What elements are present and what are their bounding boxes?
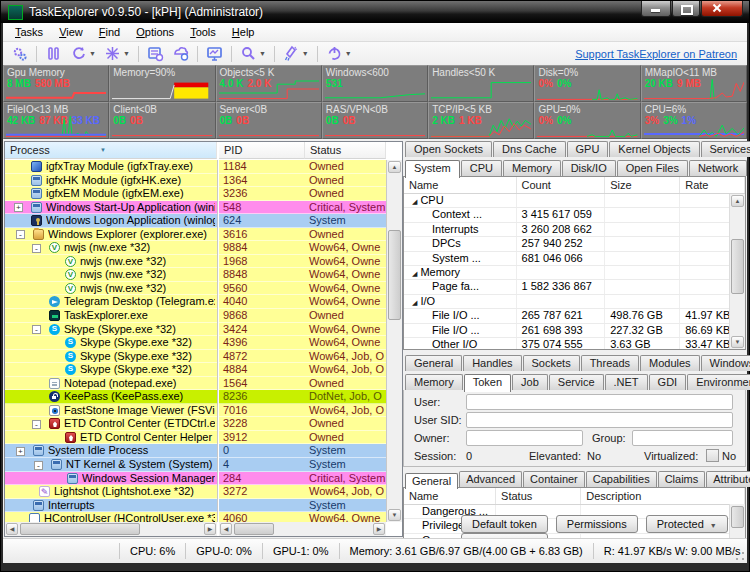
menu-item-find[interactable]: Find [91, 25, 128, 39]
pid-column-header[interactable]: PID [219, 142, 305, 159]
menu-item-options[interactable]: Options [128, 25, 182, 39]
tab-threads[interactable]: Threads [581, 355, 639, 371]
graph-tile-client-0b[interactable]: Client<0B0B0B [109, 102, 215, 139]
pid-cell[interactable]: 9868 [219, 309, 305, 323]
column-header-name[interactable]: Name [404, 488, 496, 504]
process-vertical-scrollbar[interactable]: ▲ ▼ [387, 160, 402, 522]
status-cell[interactable]: System [305, 458, 386, 472]
process-row[interactable]: -NT Kernel & System (System) [5, 458, 217, 472]
expand-icon[interactable]: + [14, 203, 23, 212]
close-button[interactable] [701, 1, 743, 17]
tab-modules[interactable]: Modules [640, 355, 700, 371]
process-row[interactable]: -Skype (Skype.exe *32) [5, 323, 217, 337]
process-row[interactable]: nwjs (nw.exe *32) [5, 255, 217, 269]
scroll-down-icon[interactable]: ▼ [388, 509, 401, 521]
status-cell[interactable]: Critical, System [305, 201, 386, 215]
collapse-icon[interactable]: - [32, 244, 41, 253]
freeze-button[interactable]: ▼ [101, 44, 133, 63]
sysinfo-vertical-scrollbar[interactable]: ▲ ▼ [729, 194, 745, 349]
process-column-header[interactable]: Process ▼ [5, 142, 217, 159]
tab-handles[interactable]: Handles [463, 355, 521, 371]
subtab-capabilities[interactable]: Capabilities [586, 471, 657, 487]
collapse-icon[interactable]: - [32, 420, 41, 429]
pid-cell[interactable]: 3272 [219, 485, 305, 499]
pid-cell[interactable]: 8236 [219, 390, 305, 404]
stats-row[interactable]: Context ...3 415 617 059 [404, 208, 745, 222]
minimize-button[interactable] [641, 1, 671, 17]
process-row[interactable]: igfxTray Module (igfxTray.exe) [5, 160, 217, 174]
column-header-rate[interactable]: Rate [680, 177, 745, 193]
process-row[interactable]: FastStone Image Viewer (FSView... [5, 404, 217, 418]
graph-tile-cpu-6-[interactable]: CPU=6%3%3%1% [641, 102, 747, 139]
graph-tile-tcp-ip-5-kb[interactable]: TCP/IP<5 KB2 KB1 KB [428, 102, 534, 139]
status-column-header[interactable]: Status [305, 142, 386, 159]
pid-cell[interactable]: 4060 [219, 512, 305, 522]
subtab-container[interactable]: Container [523, 471, 585, 487]
tab-sockets[interactable]: Sockets [523, 355, 580, 371]
process-row[interactable]: +Windows Start-Up Application (wini... [5, 201, 217, 215]
process-row[interactable]: Lightshot (Lightshot.exe *32) [5, 485, 217, 499]
stats-row[interactable]: ◢I/O [404, 295, 745, 309]
status-cell[interactable]: Critical, System [305, 472, 386, 486]
status-cell[interactable]: Wow64, Owne [305, 295, 386, 309]
collapse-icon[interactable]: - [32, 325, 41, 334]
tab-job[interactable]: Job [512, 374, 548, 390]
owner-field[interactable] [466, 430, 583, 446]
scroll-thumb[interactable] [234, 523, 274, 535]
scroll-left-icon[interactable]: ◀ [6, 523, 18, 535]
process-row[interactable]: Skype (Skype.exe *32) [5, 336, 217, 350]
protected-button[interactable]: Protected▼ [646, 515, 728, 533]
graph-tile-gpu-0-[interactable]: GPU=0%0%0% [534, 102, 640, 139]
tab-windows[interactable]: Windows [701, 355, 750, 371]
subtab-advanced[interactable]: Advanced [459, 471, 522, 487]
title-bar[interactable]: TaskExplorer v0.9.50 - [kPH] (Administra… [1, 1, 749, 23]
column-header-size[interactable]: Size [605, 177, 680, 193]
pid-cell[interactable]: 1968 [219, 255, 305, 269]
process-row[interactable]: Windows Logon Application (winlog... [5, 214, 217, 228]
status-cell[interactable]: Owned [305, 187, 386, 201]
stats-row[interactable]: Interrupts3 260 208 662 [404, 223, 745, 237]
menu-item-tasks[interactable]: Tasks [7, 25, 51, 39]
dropdown-arrow-icon[interactable]: ▼ [123, 50, 130, 57]
drivers-button[interactable] [169, 44, 192, 63]
tab-open-files[interactable]: Open Files [617, 160, 688, 176]
status-cell[interactable]: Wow64, Owne [305, 336, 386, 350]
dropdown-arrow-icon[interactable]: ▼ [302, 50, 309, 57]
cleaner-button[interactable]: ▼ [280, 44, 312, 63]
graph-tile-handles-50-k[interactable]: Handles<50 K [428, 65, 534, 102]
permissions-button[interactable]: Permissions [556, 515, 638, 533]
status-cell[interactable]: Wow64, Owne [305, 255, 386, 269]
tab-disk-io[interactable]: Disk/IO [562, 160, 616, 176]
pid-cell[interactable]: 3228 [219, 417, 305, 431]
tab-system[interactable]: System [405, 160, 460, 178]
system-tasks-button[interactable] [144, 44, 167, 63]
stats-row[interactable]: DPCs257 940 252 [404, 237, 745, 251]
resize-grip-icon[interactable] [734, 550, 746, 562]
status-cell[interactable]: Owned [305, 417, 386, 431]
subtab-general[interactable]: General [405, 473, 458, 489]
status-cell[interactable]: DotNet, Job, O [305, 390, 386, 404]
scroll-down-icon[interactable]: ▼ [731, 336, 744, 348]
pid-cell[interactable]: 3912 [219, 431, 305, 445]
status-cell[interactable]: Owned [305, 174, 386, 188]
process-row[interactable]: nwjs (nw.exe *32) [5, 282, 217, 296]
stats-row[interactable]: File I/O ...261 698 393227.32 GB86.69 KB… [404, 324, 745, 338]
tab-gdi[interactable]: GDI [649, 374, 687, 390]
process-row[interactable]: ETD Control Center Helper (E... [5, 431, 217, 445]
tab-environment[interactable]: Environment [687, 374, 750, 390]
pid-cell[interactable]: 1364 [219, 174, 305, 188]
status-cell[interactable]: Owned [305, 228, 386, 242]
pid-cell[interactable]: 4040 [219, 295, 305, 309]
status-cell[interactable]: Wow64, Job, O [305, 363, 386, 377]
column-header-status[interactable]: Status [496, 488, 581, 504]
pid-cell[interactable]: 4884 [219, 363, 305, 377]
default-token-button[interactable]: Default token [461, 515, 548, 533]
tab--net[interactable]: .NET [605, 374, 648, 390]
tab-services[interactable]: Services [701, 141, 750, 157]
pid-cell[interactable]: 4396 [219, 336, 305, 350]
column-header-description[interactable]: Description [581, 488, 745, 504]
patreon-link[interactable]: Support TaskExplorer on Patreon [575, 48, 737, 60]
graph-tile-objects-5-k[interactable]: Objects<5 K4.0 K2.0 K [216, 65, 322, 102]
process-row[interactable]: Notepad (notepad.exe) [5, 377, 217, 391]
process-row[interactable]: -nwjs (nw.exe *32) [5, 241, 217, 255]
